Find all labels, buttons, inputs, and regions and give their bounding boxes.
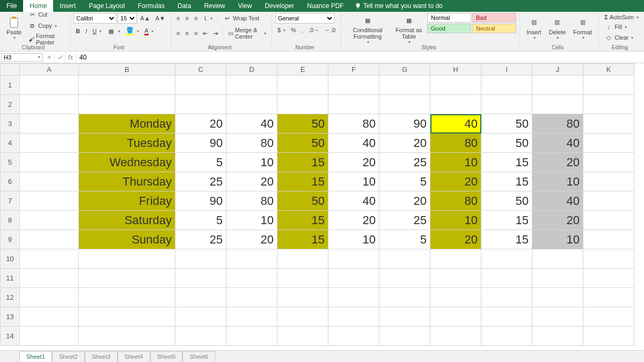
- italic-button[interactable]: I: [83, 27, 89, 35]
- cell-J14[interactable]: [532, 327, 583, 346]
- border-button[interactable]: ▦▾: [105, 26, 122, 36]
- cell-C3[interactable]: 20: [175, 114, 226, 134]
- cell-G11[interactable]: [379, 269, 430, 288]
- font-size-select[interactable]: 15: [118, 13, 137, 24]
- cell-K13[interactable]: [583, 307, 634, 327]
- delete-cells-button[interactable]: ▥Delete▾: [546, 15, 569, 41]
- cell-F7[interactable]: 40: [328, 191, 379, 211]
- cell-B9[interactable]: Sunday: [79, 230, 175, 249]
- decrease-indent-button[interactable]: ⇤: [201, 29, 210, 38]
- cell-I13[interactable]: [481, 307, 532, 327]
- cell-B6[interactable]: Thursday: [79, 172, 175, 191]
- cell-D14[interactable]: [226, 327, 277, 346]
- cell-C8[interactable]: 5: [175, 211, 226, 230]
- cell-D12[interactable]: [226, 288, 277, 307]
- row-header-14[interactable]: 14: [1, 327, 20, 346]
- cell-J9[interactable]: 10: [532, 230, 583, 249]
- row-header-11[interactable]: 11: [1, 269, 20, 288]
- comma-button[interactable]: ,: [299, 26, 305, 34]
- cell-E10[interactable]: [277, 249, 328, 269]
- cell-H10[interactable]: [430, 249, 481, 269]
- enter-formula-button[interactable]: ✓: [55, 51, 65, 63]
- col-header-C[interactable]: C: [175, 64, 226, 76]
- cell-E3[interactable]: 50: [277, 114, 328, 134]
- cell-K6[interactable]: [583, 172, 634, 191]
- cell-G14[interactable]: [379, 327, 430, 346]
- cell-A10[interactable]: [20, 249, 79, 269]
- tab-formulas[interactable]: Formulas: [131, 0, 171, 12]
- font-color-button[interactable]: A▾: [142, 26, 155, 36]
- col-header-H[interactable]: H: [430, 64, 481, 76]
- cell-H5[interactable]: 10: [430, 153, 481, 172]
- cell-F6[interactable]: 10: [328, 172, 379, 191]
- col-header-B[interactable]: B: [79, 64, 175, 76]
- cell-J6[interactable]: 10: [532, 172, 583, 191]
- cell-A8[interactable]: [20, 211, 79, 230]
- row-header-13[interactable]: 13: [1, 307, 20, 327]
- cell-H8[interactable]: 10: [430, 211, 481, 230]
- cell-B12[interactable]: [79, 288, 175, 307]
- col-header-G[interactable]: G: [379, 64, 430, 76]
- cell-F4[interactable]: 40: [328, 134, 379, 153]
- cell-G10[interactable]: [379, 249, 430, 269]
- fx-button[interactable]: fx: [65, 51, 76, 63]
- select-all-corner[interactable]: [1, 64, 20, 76]
- cell-style-normal[interactable]: Normal: [427, 13, 471, 23]
- cell-D5[interactable]: 10: [226, 153, 277, 172]
- cell-E9[interactable]: 15: [277, 230, 328, 249]
- cell-J1[interactable]: [532, 76, 583, 95]
- cell-H4[interactable]: 80: [430, 134, 481, 153]
- cell-J7[interactable]: 40: [532, 191, 583, 211]
- cell-I11[interactable]: [481, 269, 532, 288]
- cell-E1[interactable]: [277, 76, 328, 95]
- paste-button[interactable]: Paste▾: [3, 15, 25, 41]
- cell-D2[interactable]: [226, 95, 277, 114]
- row-header-9[interactable]: 9: [1, 230, 20, 249]
- tab-nuance-pdf[interactable]: Nuance PDF: [301, 0, 350, 12]
- cell-I2[interactable]: [481, 95, 532, 114]
- copy-button[interactable]: ⧉Copy▾: [26, 20, 67, 31]
- fill-color-button[interactable]: 🪣▾: [123, 26, 141, 36]
- cell-C9[interactable]: 25: [175, 230, 226, 249]
- cell-D7[interactable]: 80: [226, 191, 277, 211]
- cell-I1[interactable]: [481, 76, 532, 95]
- cut-button[interactable]: ✂Cut: [26, 9, 67, 20]
- cell-A2[interactable]: [20, 95, 79, 114]
- cell-H6[interactable]: 20: [430, 172, 481, 191]
- align-bottom-button[interactable]: ≡: [192, 14, 200, 23]
- cell-F5[interactable]: 20: [328, 153, 379, 172]
- cell-E14[interactable]: [277, 327, 328, 346]
- cell-G8[interactable]: 25: [379, 211, 430, 230]
- cell-K14[interactable]: [583, 327, 634, 346]
- cell-C14[interactable]: [175, 327, 226, 346]
- cell-J11[interactable]: [532, 269, 583, 288]
- row-header-12[interactable]: 12: [1, 288, 20, 307]
- row-header-1[interactable]: 1: [1, 76, 20, 95]
- cell-B5[interactable]: Wednesday: [79, 153, 175, 172]
- format-cells-button[interactable]: ▥Format▾: [570, 15, 595, 41]
- cell-F14[interactable]: [328, 327, 379, 346]
- formula-input[interactable]: [76, 53, 644, 62]
- cell-E12[interactable]: [277, 288, 328, 307]
- cell-K1[interactable]: [583, 76, 634, 95]
- tab-review[interactable]: Review: [197, 0, 231, 12]
- cell-K3[interactable]: [583, 114, 634, 134]
- cell-K10[interactable]: [583, 249, 634, 269]
- cell-B14[interactable]: [79, 327, 175, 346]
- align-right-button[interactable]: ≡: [192, 29, 200, 38]
- decrease-decimal-button[interactable]: ←.0: [323, 26, 338, 34]
- align-middle-button[interactable]: ≡: [183, 14, 191, 23]
- wrap-text-button[interactable]: ↩Wrap Text: [221, 13, 261, 24]
- cell-D11[interactable]: [226, 269, 277, 288]
- cell-G2[interactable]: [379, 95, 430, 114]
- cell-A14[interactable]: [20, 327, 79, 346]
- cell-B10[interactable]: [79, 249, 175, 269]
- cell-F11[interactable]: [328, 269, 379, 288]
- cell-E7[interactable]: 50: [277, 191, 328, 211]
- row-header-4[interactable]: 4: [1, 134, 20, 153]
- cell-D8[interactable]: 10: [226, 211, 277, 230]
- cell-B8[interactable]: Saturday: [79, 211, 175, 230]
- cell-H7[interactable]: 80: [430, 191, 481, 211]
- cell-D13[interactable]: [226, 307, 277, 327]
- cell-C4[interactable]: 90: [175, 134, 226, 153]
